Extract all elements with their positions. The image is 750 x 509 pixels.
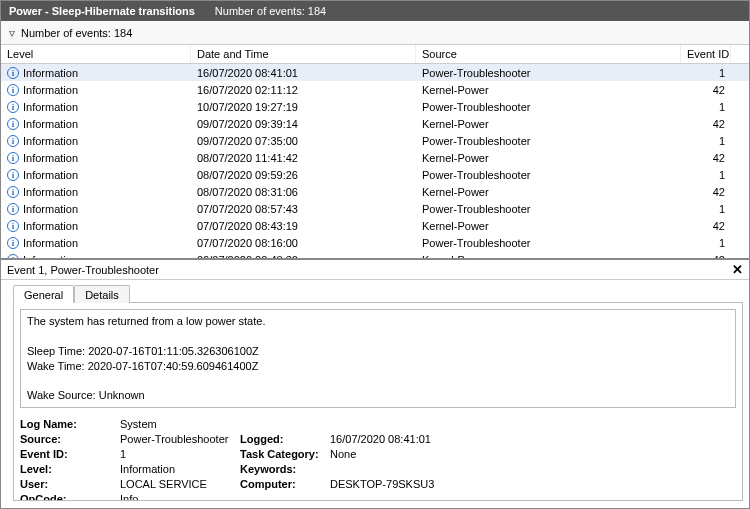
cell-source: Power-Troubleshooter [416, 132, 681, 150]
titlebar: Power - Sleep-Hibernate transitions Numb… [1, 1, 749, 21]
cell-level-text: Information [23, 220, 78, 232]
label-opcode: OpCode: [20, 493, 120, 501]
cell-eventid: 42 [681, 149, 731, 167]
value-log-name: System [120, 418, 240, 430]
cell-datetime: 07/07/2020 08:43:19 [191, 217, 416, 235]
cell-level-text: Information [23, 152, 78, 164]
cell-eventid: 42 [681, 217, 731, 235]
filter-summary: Number of events: 184 [21, 27, 132, 39]
cell-level: iInformation [1, 166, 191, 184]
table-row[interactable]: iInformation08/07/2020 09:59:26Power-Tro… [1, 166, 749, 183]
cell-source: Power-Troubleshooter [416, 166, 681, 184]
label-keywords: Keywords: [240, 463, 330, 475]
cell-level: iInformation [1, 132, 191, 150]
value-event-id: 1 [120, 448, 240, 460]
column-header-datetime[interactable]: Date and Time [191, 45, 416, 63]
cell-datetime: 10/07/2020 19:27:19 [191, 98, 416, 116]
table-row[interactable]: iInformation08/07/2020 11:41:42Kernel-Po… [1, 149, 749, 166]
cell-eventid: 42 [681, 251, 731, 260]
label-source: Source: [20, 433, 120, 445]
cell-level-text: Information [23, 186, 78, 198]
cell-source: Power-Troubleshooter [416, 64, 681, 82]
table-row[interactable]: iInformation10/07/2020 19:27:19Power-Tro… [1, 98, 749, 115]
close-icon[interactable]: ✕ [732, 262, 743, 277]
cell-level-text: Information [23, 118, 78, 130]
info-icon: i [7, 186, 19, 198]
cell-level: iInformation [1, 234, 191, 252]
table-row[interactable]: iInformation09/07/2020 07:35:00Power-Tro… [1, 132, 749, 149]
table-row[interactable]: iInformation06/07/2020 20:48:30Kernel-Po… [1, 251, 749, 259]
cell-source: Power-Troubleshooter [416, 234, 681, 252]
event-grid[interactable]: Level Date and Time Source Event ID ˄ iI… [1, 45, 749, 259]
cell-eventid: 1 [681, 132, 731, 150]
value-level: Information [120, 463, 240, 475]
details-header: Event 1, Power-Troubleshooter ✕ [1, 260, 749, 280]
cell-eventid: 1 [681, 200, 731, 218]
cell-level-text: Information [23, 135, 78, 147]
filter-icon[interactable]: ▿ [9, 26, 15, 40]
table-row[interactable]: iInformation07/07/2020 08:57:43Power-Tro… [1, 200, 749, 217]
cell-level-text: Information [23, 169, 78, 181]
cell-level: iInformation [1, 64, 191, 82]
column-header-source[interactable]: Source [416, 45, 681, 63]
label-level: Level: [20, 463, 120, 475]
cell-source: Kernel-Power [416, 81, 681, 99]
cell-level-text: Information [23, 203, 78, 215]
info-icon: i [7, 118, 19, 130]
table-row[interactable]: iInformation16/07/2020 02:11:12Kernel-Po… [1, 81, 749, 98]
cell-level: iInformation [1, 98, 191, 116]
cell-eventid: 1 [681, 166, 731, 184]
table-row[interactable]: iInformation09/07/2020 09:39:14Kernel-Po… [1, 115, 749, 132]
table-row[interactable]: iInformation08/07/2020 08:31:06Kernel-Po… [1, 183, 749, 200]
cell-source: Kernel-Power [416, 217, 681, 235]
value-source: Power-Troubleshooter [120, 433, 240, 445]
info-icon: i [7, 101, 19, 113]
info-icon: i [7, 220, 19, 232]
label-event-id: Event ID: [20, 448, 120, 460]
cell-datetime: 09/07/2020 09:39:14 [191, 115, 416, 133]
details-title: Event 1, Power-Troubleshooter [7, 264, 159, 276]
tab-general[interactable]: General [13, 285, 74, 303]
cell-source: Power-Troubleshooter [416, 200, 681, 218]
info-icon: i [7, 203, 19, 215]
window-subtitle: Number of events: 184 [215, 5, 326, 17]
tab-general-body: The system has returned from a low power… [13, 302, 743, 501]
details-tabs: General Details [1, 280, 749, 302]
cell-level-text: Information [23, 237, 78, 249]
cell-source: Kernel-Power [416, 149, 681, 167]
info-icon: i [7, 254, 19, 260]
value-task-category: None [330, 448, 530, 460]
table-row[interactable]: iInformation07/07/2020 08:43:19Kernel-Po… [1, 217, 749, 234]
filter-toolbar: ▿ Number of events: 184 [1, 21, 749, 45]
event-message: The system has returned from a low power… [20, 309, 736, 408]
info-icon: i [7, 152, 19, 164]
label-logged: Logged: [240, 433, 330, 445]
cell-source: Power-Troubleshooter [416, 98, 681, 116]
column-header-level[interactable]: Level [1, 45, 191, 63]
cell-level: iInformation [1, 149, 191, 167]
cell-level-text: Information [23, 84, 78, 96]
cell-eventid: 1 [681, 64, 731, 82]
sort-indicator-icon: ˄ [729, 50, 731, 59]
cell-datetime: 08/07/2020 09:59:26 [191, 166, 416, 184]
cell-eventid: 1 [681, 234, 731, 252]
table-row[interactable]: iInformation16/07/2020 08:41:01Power-Tro… [1, 64, 749, 81]
cell-datetime: 07/07/2020 08:57:43 [191, 200, 416, 218]
cell-source: Kernel-Power [416, 251, 681, 260]
value-user: LOCAL SERVICE [120, 478, 240, 490]
cell-level: iInformation [1, 251, 191, 260]
value-keywords [330, 463, 530, 475]
value-opcode: Info [120, 493, 240, 501]
cell-datetime: 09/07/2020 07:35:00 [191, 132, 416, 150]
cell-level-text: Information [23, 67, 78, 79]
info-icon: i [7, 67, 19, 79]
tab-details[interactable]: Details [74, 285, 130, 303]
cell-level: iInformation [1, 81, 191, 99]
event-properties: Log Name: System Source: Power-Troublesh… [20, 418, 736, 501]
cell-eventid: 1 [681, 98, 731, 116]
table-row[interactable]: iInformation07/07/2020 08:16:00Power-Tro… [1, 234, 749, 251]
column-header-eventid[interactable]: Event ID ˄ [681, 45, 731, 63]
info-icon: i [7, 84, 19, 96]
cell-level: iInformation [1, 183, 191, 201]
grid-body: iInformation16/07/2020 08:41:01Power-Tro… [1, 64, 749, 259]
